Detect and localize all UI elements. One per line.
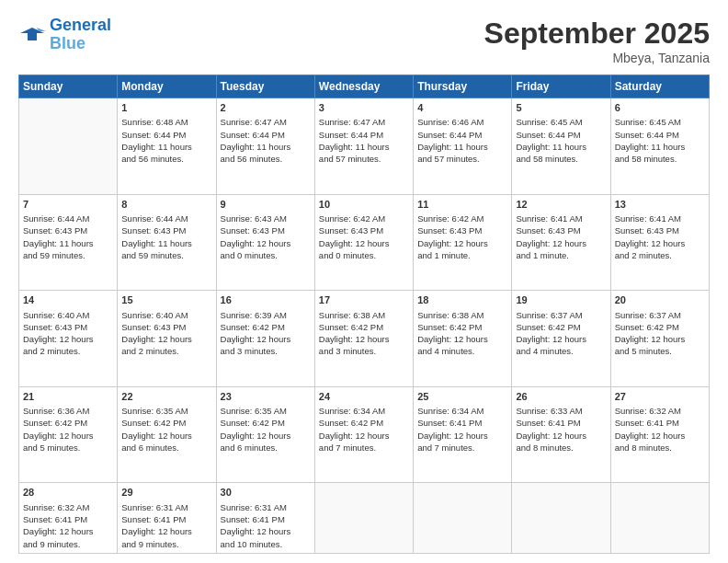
- day-info: Sunrise: 6:33 AM Sunset: 6:41 PM Dayligh…: [516, 405, 606, 454]
- day-number: 26: [516, 390, 606, 404]
- calendar-cell: 11Sunrise: 6:42 AM Sunset: 6:43 PM Dayli…: [414, 194, 512, 291]
- day-number: 20: [615, 293, 705, 307]
- day-info: Sunrise: 6:41 AM Sunset: 6:43 PM Dayligh…: [516, 213, 606, 261]
- calendar-cell: 3Sunrise: 6:47 AM Sunset: 6:44 PM Daylig…: [314, 98, 413, 195]
- day-number: 5: [516, 101, 606, 115]
- day-info: Sunrise: 6:42 AM Sunset: 6:43 PM Dayligh…: [417, 213, 507, 261]
- calendar-week-row: 7Sunrise: 6:44 AM Sunset: 6:43 PM Daylig…: [19, 194, 710, 291]
- calendar-cell: [512, 483, 610, 554]
- calendar-table: SundayMondayTuesdayWednesdayThursdayFrid…: [18, 75, 710, 554]
- calendar-header-row: SundayMondayTuesdayWednesdayThursdayFrid…: [19, 75, 710, 98]
- calendar-cell: 17Sunrise: 6:38 AM Sunset: 6:42 PM Dayli…: [314, 291, 413, 387]
- calendar-cell: 29Sunrise: 6:31 AM Sunset: 6:41 PM Dayli…: [118, 483, 216, 554]
- calendar-cell: 1Sunrise: 6:48 AM Sunset: 6:44 PM Daylig…: [118, 98, 216, 195]
- day-info: Sunrise: 6:32 AM Sunset: 6:41 PM Dayligh…: [23, 501, 113, 550]
- calendar-cell: 8Sunrise: 6:44 AM Sunset: 6:43 PM Daylig…: [118, 194, 216, 291]
- day-info: Sunrise: 6:47 AM Sunset: 6:44 PM Dayligh…: [221, 116, 311, 165]
- calendar-cell: 30Sunrise: 6:31 AM Sunset: 6:41 PM Dayli…: [216, 483, 314, 554]
- calendar-header-cell: Tuesday: [216, 75, 314, 98]
- calendar-cell: 13Sunrise: 6:41 AM Sunset: 6:43 PM Dayli…: [610, 194, 709, 291]
- day-info: Sunrise: 6:44 AM Sunset: 6:43 PM Dayligh…: [121, 213, 211, 261]
- calendar-header-cell: Monday: [118, 75, 216, 98]
- calendar-cell: 10Sunrise: 6:42 AM Sunset: 6:43 PM Dayli…: [314, 194, 413, 291]
- day-info: Sunrise: 6:45 AM Sunset: 6:44 PM Dayligh…: [615, 116, 705, 165]
- day-number: 23: [221, 390, 311, 404]
- day-info: Sunrise: 6:46 AM Sunset: 6:44 PM Dayligh…: [417, 116, 507, 165]
- calendar-cell: [314, 483, 413, 554]
- day-number: 24: [319, 390, 409, 404]
- calendar-header-cell: Friday: [512, 75, 610, 98]
- day-number: 13: [615, 198, 705, 212]
- day-info: Sunrise: 6:40 AM Sunset: 6:43 PM Dayligh…: [23, 309, 113, 358]
- day-number: 3: [319, 101, 409, 115]
- day-info: Sunrise: 6:38 AM Sunset: 6:42 PM Dayligh…: [319, 309, 409, 358]
- day-number: 9: [221, 198, 311, 212]
- day-info: Sunrise: 6:34 AM Sunset: 6:42 PM Dayligh…: [319, 405, 409, 454]
- calendar-cell: 7Sunrise: 6:44 AM Sunset: 6:43 PM Daylig…: [19, 194, 118, 291]
- day-info: Sunrise: 6:34 AM Sunset: 6:41 PM Dayligh…: [417, 405, 507, 454]
- day-info: Sunrise: 6:44 AM Sunset: 6:43 PM Dayligh…: [23, 213, 113, 261]
- day-info: Sunrise: 6:35 AM Sunset: 6:42 PM Dayligh…: [121, 405, 211, 454]
- day-number: 29: [121, 486, 211, 500]
- day-number: 4: [417, 101, 507, 115]
- day-info: Sunrise: 6:31 AM Sunset: 6:41 PM Dayligh…: [121, 501, 211, 550]
- day-number: 7: [23, 198, 113, 212]
- day-number: 19: [516, 293, 606, 307]
- calendar-header-cell: Saturday: [610, 75, 709, 98]
- day-number: 22: [121, 390, 211, 404]
- calendar-cell: [610, 483, 709, 554]
- calendar-week-row: 28Sunrise: 6:32 AM Sunset: 6:41 PM Dayli…: [19, 483, 710, 554]
- calendar-cell: 21Sunrise: 6:36 AM Sunset: 6:42 PM Dayli…: [19, 386, 118, 483]
- day-info: Sunrise: 6:31 AM Sunset: 6:41 PM Dayligh…: [221, 501, 311, 550]
- calendar-week-row: 21Sunrise: 6:36 AM Sunset: 6:42 PM Dayli…: [19, 386, 710, 483]
- header: General Blue September 2025 Mbeya, Tanza…: [18, 17, 710, 65]
- day-number: 15: [121, 293, 211, 307]
- day-info: Sunrise: 6:48 AM Sunset: 6:44 PM Dayligh…: [121, 116, 211, 165]
- day-number: 12: [516, 198, 606, 212]
- logo-icon: [18, 24, 46, 46]
- calendar-cell: 6Sunrise: 6:45 AM Sunset: 6:44 PM Daylig…: [610, 98, 709, 195]
- day-number: 16: [221, 293, 311, 307]
- day-number: 18: [417, 293, 507, 307]
- day-info: Sunrise: 6:45 AM Sunset: 6:44 PM Dayligh…: [516, 116, 606, 165]
- day-info: Sunrise: 6:38 AM Sunset: 6:42 PM Dayligh…: [417, 309, 507, 358]
- day-number: 11: [417, 198, 507, 212]
- calendar-cell: 4Sunrise: 6:46 AM Sunset: 6:44 PM Daylig…: [414, 98, 512, 195]
- calendar-cell: [414, 483, 512, 554]
- day-number: 10: [319, 198, 409, 212]
- calendar-cell: 16Sunrise: 6:39 AM Sunset: 6:42 PM Dayli…: [216, 291, 314, 387]
- day-number: 1: [121, 101, 211, 115]
- calendar-week-row: 14Sunrise: 6:40 AM Sunset: 6:43 PM Dayli…: [19, 291, 710, 387]
- day-info: Sunrise: 6:37 AM Sunset: 6:42 PM Dayligh…: [516, 309, 606, 358]
- calendar-body: 1Sunrise: 6:48 AM Sunset: 6:44 PM Daylig…: [19, 98, 710, 554]
- day-number: 6: [615, 101, 705, 115]
- calendar-cell: 18Sunrise: 6:38 AM Sunset: 6:42 PM Dayli…: [414, 291, 512, 387]
- month-title: September 2025: [484, 17, 710, 51]
- calendar-cell: 19Sunrise: 6:37 AM Sunset: 6:42 PM Dayli…: [512, 291, 610, 387]
- calendar-cell: 27Sunrise: 6:32 AM Sunset: 6:41 PM Dayli…: [610, 386, 709, 483]
- calendar-cell: 5Sunrise: 6:45 AM Sunset: 6:44 PM Daylig…: [512, 98, 610, 195]
- calendar-cell: 28Sunrise: 6:32 AM Sunset: 6:41 PM Dayli…: [19, 483, 118, 554]
- calendar-cell: 14Sunrise: 6:40 AM Sunset: 6:43 PM Dayli…: [19, 291, 118, 387]
- calendar-cell: 22Sunrise: 6:35 AM Sunset: 6:42 PM Dayli…: [118, 386, 216, 483]
- day-number: 25: [417, 390, 507, 404]
- day-info: Sunrise: 6:35 AM Sunset: 6:42 PM Dayligh…: [221, 405, 311, 454]
- calendar-cell: 26Sunrise: 6:33 AM Sunset: 6:41 PM Dayli…: [512, 386, 610, 483]
- day-info: Sunrise: 6:47 AM Sunset: 6:44 PM Dayligh…: [319, 116, 409, 165]
- calendar-week-row: 1Sunrise: 6:48 AM Sunset: 6:44 PM Daylig…: [19, 98, 710, 195]
- calendar-header-cell: Wednesday: [314, 75, 413, 98]
- day-number: 8: [121, 198, 211, 212]
- day-info: Sunrise: 6:41 AM Sunset: 6:43 PM Dayligh…: [615, 213, 705, 261]
- day-number: 14: [23, 293, 113, 307]
- calendar-cell: 9Sunrise: 6:43 AM Sunset: 6:43 PM Daylig…: [216, 194, 314, 291]
- day-number: 17: [319, 293, 409, 307]
- calendar-cell: [19, 98, 118, 195]
- day-info: Sunrise: 6:36 AM Sunset: 6:42 PM Dayligh…: [23, 405, 113, 454]
- day-number: 30: [221, 486, 311, 500]
- calendar-header-cell: Sunday: [19, 75, 118, 98]
- day-number: 21: [23, 390, 113, 404]
- page: General Blue September 2025 Mbeya, Tanza…: [0, 0, 728, 563]
- calendar-cell: 15Sunrise: 6:40 AM Sunset: 6:43 PM Dayli…: [118, 291, 216, 387]
- day-info: Sunrise: 6:43 AM Sunset: 6:43 PM Dayligh…: [221, 213, 311, 261]
- day-info: Sunrise: 6:32 AM Sunset: 6:41 PM Dayligh…: [615, 405, 705, 454]
